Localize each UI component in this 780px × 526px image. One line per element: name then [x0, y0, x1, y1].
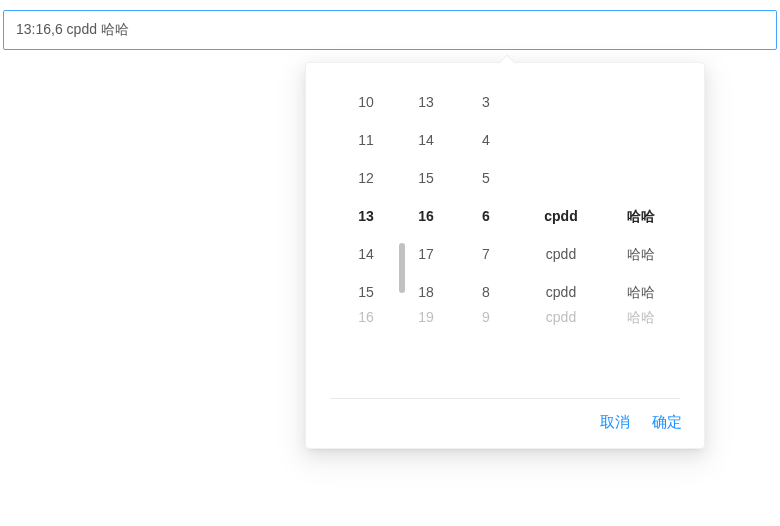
picker-footer: 取消 确定	[306, 399, 704, 448]
picker-column-second[interactable]: 3456789	[456, 83, 516, 338]
picker-cell[interactable]: 哈哈	[606, 273, 676, 311]
scrollbar-thumb[interactable]	[399, 243, 405, 293]
picker-cell[interactable]: cpdd	[516, 235, 606, 273]
picker-cell[interactable]: 5	[456, 159, 516, 197]
time-picker-input[interactable]: 13:16,6 cpdd 哈哈	[3, 10, 777, 50]
picker-cell[interactable]: 6	[456, 197, 516, 235]
picker-cell[interactable]: cpdd	[516, 273, 606, 311]
picker-cell[interactable]: 14	[336, 235, 396, 273]
picker-columns: 10111213141516 13141516171819 3456789 cp…	[306, 63, 704, 338]
picker-cell	[516, 121, 606, 159]
picker-cell-partial: cpdd	[516, 311, 606, 335]
picker-column-extra2[interactable]: 哈哈哈哈哈哈哈哈	[606, 83, 676, 338]
picker-cell[interactable]: 8	[456, 273, 516, 311]
time-picker-panel: 10111213141516 13141516171819 3456789 cp…	[305, 62, 705, 449]
picker-cell[interactable]: 哈哈	[606, 197, 676, 235]
picker-cell-partial: 哈哈	[606, 311, 676, 335]
picker-cell[interactable]: 15	[336, 273, 396, 311]
picker-cell	[606, 159, 676, 197]
picker-cell[interactable]: 16	[396, 197, 456, 235]
picker-cell[interactable]: 3	[456, 83, 516, 121]
picker-cell[interactable]: 哈哈	[606, 235, 676, 273]
picker-cell	[516, 83, 606, 121]
picker-cell[interactable]: 7	[456, 235, 516, 273]
picker-column-minute[interactable]: 13141516171819	[396, 83, 456, 338]
picker-cell[interactable]: 15	[396, 159, 456, 197]
cancel-button[interactable]: 取消	[596, 411, 634, 434]
picker-cell[interactable]: 11	[336, 121, 396, 159]
picker-cell[interactable]: 13	[336, 197, 396, 235]
picker-cell[interactable]: 10	[336, 83, 396, 121]
time-picker-input-value: 13:16,6 cpdd 哈哈	[16, 21, 129, 39]
picker-cell-partial: 16	[336, 311, 396, 335]
picker-cell	[516, 159, 606, 197]
picker-cell[interactable]: 17	[396, 235, 456, 273]
picker-cell	[606, 121, 676, 159]
picker-cell[interactable]: cpdd	[516, 197, 606, 235]
picker-cell[interactable]: 14	[396, 121, 456, 159]
picker-cell-partial: 19	[396, 311, 456, 335]
picker-column-hour[interactable]: 10111213141516	[336, 83, 396, 338]
picker-cell[interactable]: 12	[336, 159, 396, 197]
confirm-button[interactable]: 确定	[648, 411, 686, 434]
picker-cell[interactable]: 13	[396, 83, 456, 121]
picker-cell[interactable]: 18	[396, 273, 456, 311]
picker-cell-partial: 9	[456, 311, 516, 335]
picker-column-extra1[interactable]: cpddcpddcpddcpdd	[516, 83, 606, 338]
picker-cell	[606, 83, 676, 121]
picker-cell[interactable]: 4	[456, 121, 516, 159]
